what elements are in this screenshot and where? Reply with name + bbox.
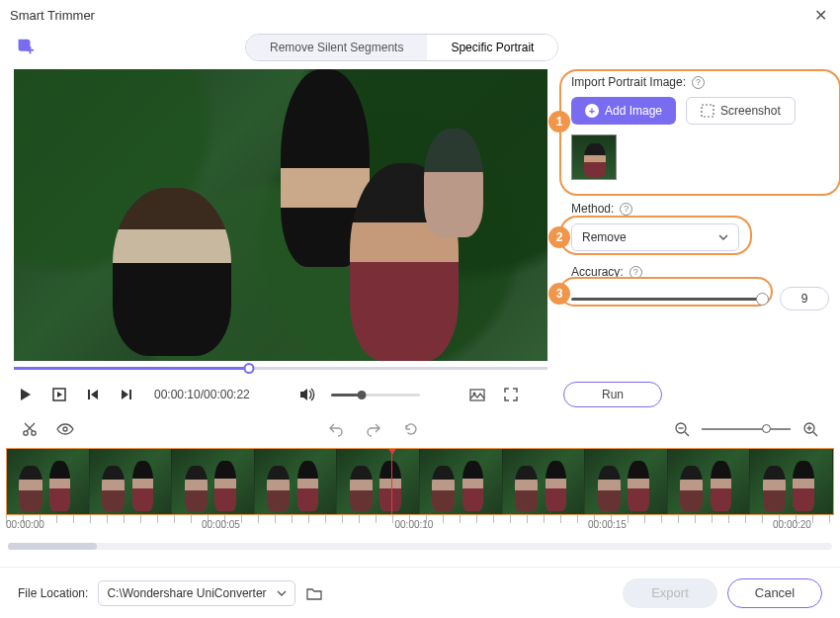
svg-line-17 (685, 432, 689, 436)
help-icon[interactable]: ? (620, 203, 632, 216)
play-icon[interactable] (16, 385, 36, 404)
annotation-badge-2: 2 (548, 226, 570, 248)
method-label-row: Method: ? (571, 202, 829, 216)
svg-marker-8 (122, 390, 128, 399)
tick-label: 00:00:05 (202, 519, 240, 530)
main-area: 00:00:10/00:00:22 1 2 3 Import Portrait … (0, 65, 840, 414)
undo-icon[interactable] (326, 419, 346, 439)
cut-icon[interactable] (20, 419, 40, 439)
portrait-thumbnail[interactable] (571, 134, 617, 180)
timeline[interactable] (6, 448, 834, 515)
step-frame-icon[interactable] (49, 385, 69, 404)
timeline-scrollbar[interactable] (8, 543, 832, 550)
seek-bar[interactable] (14, 361, 547, 375)
run-button[interactable]: Run (563, 382, 662, 407)
file-location-select[interactable]: C:\Wondershare UniConverter (98, 580, 294, 606)
video-column: 00:00:10/00:00:22 (14, 69, 547, 414)
cancel-button[interactable]: Cancel (727, 578, 822, 608)
tab-remove-silent[interactable]: Remove Silent Segments (246, 35, 427, 60)
video-preview[interactable] (14, 69, 547, 361)
zoom-out-icon[interactable] (672, 419, 692, 439)
svg-marker-6 (91, 390, 98, 399)
fullscreen-icon[interactable] (501, 385, 521, 404)
zoom-slider[interactable] (702, 428, 791, 430)
annotation-badge-1: 1 (548, 111, 570, 132)
file-location-label: File Location: (18, 586, 88, 600)
timecode-display: 00:00:10/00:00:22 (154, 388, 250, 401)
svg-point-14 (32, 431, 36, 435)
close-icon[interactable]: ✕ (810, 6, 830, 25)
export-button: Export (623, 578, 717, 608)
time-ruler: 00:00:00 00:00:05 00:00:10 00:00:15 00:0… (0, 515, 840, 537)
preview-eye-icon[interactable] (55, 419, 75, 439)
annotation-badge-3: 3 (548, 283, 570, 305)
window-title: Smart Trimmer (10, 8, 810, 23)
file-location-value: C:\Wondershare UniConverter (107, 586, 266, 600)
reset-icon[interactable] (401, 419, 421, 439)
svg-line-20 (813, 432, 817, 436)
open-folder-icon[interactable] (305, 584, 323, 602)
svg-rect-5 (88, 390, 90, 399)
svg-rect-1 (30, 46, 32, 53)
playhead-line[interactable] (391, 449, 393, 515)
prev-icon[interactable] (83, 385, 103, 404)
svg-marker-9 (300, 389, 307, 400)
accuracy-slider[interactable] (571, 298, 764, 301)
timeline-wrap (0, 444, 840, 515)
redo-icon[interactable] (364, 419, 383, 439)
snapshot-icon[interactable] (467, 385, 487, 404)
zoom-in-icon[interactable] (800, 419, 820, 439)
svg-point-15 (63, 427, 67, 431)
volume-icon[interactable] (297, 385, 317, 404)
tick-label: 00:00:10 (395, 519, 434, 530)
method-label: Method: (571, 202, 614, 216)
svg-rect-7 (129, 390, 131, 399)
next-icon[interactable] (117, 385, 136, 404)
app-logo-icon (14, 37, 36, 58)
titlebar: Smart Trimmer ✕ (0, 0, 840, 30)
accuracy-value: 9 (780, 287, 829, 310)
tick-label: 00:00:15 (588, 519, 627, 530)
svg-marker-4 (57, 392, 62, 397)
tick-label: 00:00:00 (6, 519, 44, 530)
chevron-down-icon (277, 588, 287, 598)
footer: File Location: C:\Wondershare UniConvert… (0, 567, 840, 618)
tick-label: 00:00:20 (773, 519, 811, 530)
top-row: Remove Silent Segments Specific Portrait (0, 30, 840, 65)
svg-marker-2 (21, 389, 31, 400)
side-panel: 1 2 3 Import Portrait Image: ? + Add Ima… (563, 69, 837, 414)
volume-slider[interactable] (331, 394, 420, 397)
edit-tools-row (0, 414, 840, 444)
playback-controls: 00:00:10/00:00:22 (14, 375, 547, 414)
svg-point-13 (24, 431, 28, 435)
tab-specific-portrait[interactable]: Specific Portrait (427, 35, 557, 60)
mode-tabs: Remove Silent Segments Specific Portrait (245, 34, 558, 61)
